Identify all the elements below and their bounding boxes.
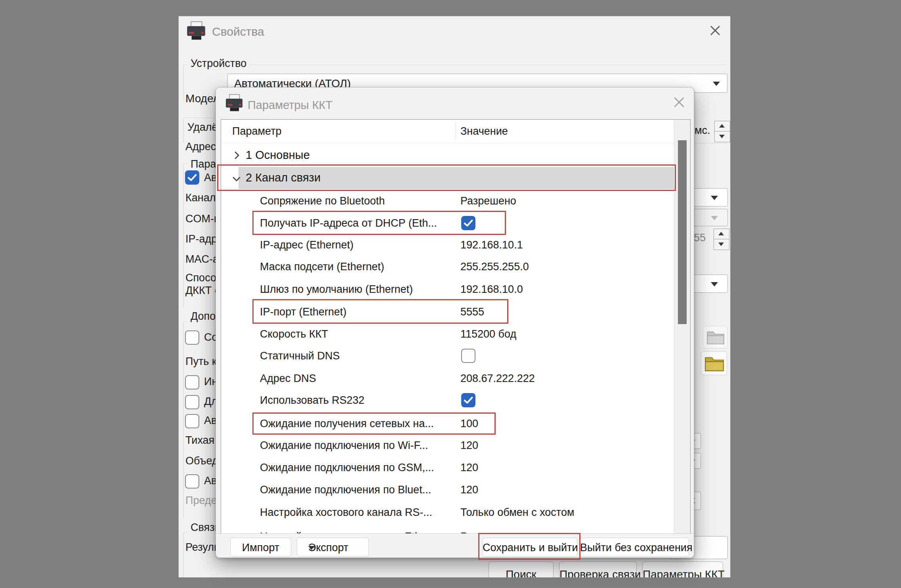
- checkbox-unchecked[interactable]: [461, 349, 475, 363]
- table-row[interactable]: Маска подсети (Ethernet) 255.255.255.0: [221, 256, 674, 278]
- exit-no-save-button-label: Выйти без сохранения: [580, 542, 689, 554]
- row-value: 192.168.10.1: [460, 239, 523, 251]
- scrollbar-track[interactable]: [674, 120, 690, 534]
- kkt-params-button[interactable]: Параметры ККТ: [642, 561, 723, 578]
- row-value: 192.168.10.0: [460, 283, 523, 296]
- spin-up-icon[interactable]: [718, 232, 724, 235]
- row-param: Настройка хостового канала RS-...: [260, 506, 432, 519]
- row-param: Сопряжение по Bluetooth: [260, 195, 385, 207]
- annotation-box-dhcp-row: [252, 211, 506, 235]
- checkbox-unchecked[interactable]: [185, 414, 199, 428]
- annotation-box-ip-port-row: [252, 299, 508, 324]
- chevron-down-icon: [711, 196, 718, 200]
- device-group-label: Устройство: [187, 57, 250, 70]
- screenshot-frame: Свойства Устройство Модель: Автоматическ…: [0, 0, 901, 588]
- spin-up-icon[interactable]: [719, 124, 725, 128]
- row-param: Скорость ККТ: [260, 328, 328, 340]
- annotation-box-save-exit-button: [478, 533, 580, 560]
- table-row[interactable]: IP-адрес (Ethernet) 192.168.10.1: [221, 234, 674, 256]
- checkbox-unchecked[interactable]: [185, 330, 199, 345]
- table-row[interactable]: Ожидание подключения по GSM,... 120: [221, 456, 674, 479]
- spin-down-icon[interactable]: [718, 242, 724, 246]
- row-value: 120: [460, 439, 478, 452]
- column-header-value: Значение: [460, 125, 508, 137]
- row-value: 208.67.222.222: [460, 372, 535, 385]
- group-border: [183, 65, 726, 65]
- checkbox-unchecked[interactable]: [185, 395, 199, 409]
- table-row[interactable]: Статичный DNS: [221, 345, 674, 367]
- checkbox-checked[interactable]: [461, 393, 475, 407]
- table-row[interactable]: Адрес DNS 208.67.222.222: [221, 367, 674, 389]
- table-row[interactable]: Скорость ККТ 115200 бод: [221, 323, 674, 345]
- group-border: [183, 65, 184, 101]
- group-border: [692, 143, 728, 143]
- row-value: 255.255.255.0: [460, 261, 529, 273]
- row-value: 120: [460, 484, 478, 496]
- path-label: Путь к: [185, 355, 217, 368]
- window-title: Свойства: [212, 25, 264, 38]
- close-icon[interactable]: [708, 23, 722, 38]
- import-button[interactable]: Импорт: [230, 538, 291, 557]
- column-header-param: Параметр: [232, 125, 282, 137]
- table-row[interactable]: Ожидание подключения по Bluet... 120: [221, 479, 674, 501]
- search-button[interactable]: Поиск: [489, 561, 554, 578]
- row-value: 120: [460, 462, 478, 474]
- row-param: Статичный DNS: [260, 350, 340, 362]
- table-row[interactable]: Настройка хостового канала RS-... Только…: [221, 501, 674, 523]
- row-value: Только обмен с хостом: [460, 506, 575, 519]
- table-row[interactable]: Шлюз по умолчанию (Ethernet) 192.168.10.…: [221, 278, 674, 300]
- row-param: Шлюз по умолчанию (Ethernet): [260, 283, 413, 296]
- annotation-box-network-wait-row: [252, 412, 496, 435]
- address-label: Адрес: [185, 141, 216, 153]
- quiet-label: Тихая: [185, 434, 214, 447]
- row-param: Ожидание подключения по Wi-F...: [260, 439, 428, 452]
- row-param: 1 Основные: [246, 149, 310, 162]
- chevron-right-icon[interactable]: [231, 149, 242, 161]
- checkbox-checked[interactable]: [185, 170, 199, 185]
- row-param: Ожидание подключения по Bluet...: [260, 484, 431, 496]
- printer-icon: [225, 94, 244, 111]
- chevron-down-icon: [308, 546, 315, 550]
- table-row[interactable]: Использовать RS232: [221, 389, 674, 411]
- scrollbar-thumb[interactable]: [678, 140, 687, 324]
- check-connection-button-label: Проверка связи: [559, 568, 636, 578]
- channel-label: Канал: [185, 192, 216, 204]
- folder-button-disabled: [703, 326, 727, 348]
- port-value: 55: [694, 232, 706, 244]
- folder-icon: [706, 330, 725, 345]
- merge-label: Объед: [185, 455, 218, 467]
- group-border: [183, 321, 184, 517]
- row-param: Ожидание подключения по GSM,...: [260, 462, 434, 474]
- group-border: [183, 532, 184, 578]
- header-divider: [456, 122, 456, 140]
- spin-down-icon[interactable]: [719, 135, 725, 138]
- check-connection-button[interactable]: Проверка связи: [559, 561, 637, 578]
- table-row[interactable]: Ожидание подключения по Wi-F... 120: [221, 434, 674, 456]
- kkt-params-button-label: Параметры ККТ: [643, 568, 723, 578]
- table-row[interactable]: Сопряжение по Bluetooth Разрешено: [221, 190, 674, 212]
- checkbox-unchecked[interactable]: [185, 474, 199, 489]
- chevron-down-icon: [711, 216, 718, 220]
- row-value: Разрешено: [460, 195, 516, 207]
- checkbox-unchecked[interactable]: [185, 375, 199, 389]
- row-param: Маска подсети (Ethernet): [260, 261, 384, 273]
- header-underline: [221, 143, 690, 143]
- dialog-title: Параметры ККТ: [248, 99, 332, 112]
- timeout-spinner[interactable]: [714, 121, 730, 142]
- printer-icon: [186, 21, 206, 39]
- close-icon[interactable]: [672, 95, 687, 110]
- exit-no-save-button[interactable]: Выйти без сохранения: [580, 538, 689, 557]
- row-param: Адрес DNS: [260, 372, 316, 385]
- row-param: Использовать RS232: [260, 394, 365, 407]
- table-row-group[interactable]: 1 Основные: [221, 144, 674, 166]
- port-spinner[interactable]: [714, 229, 729, 250]
- chevron-down-icon: [711, 282, 718, 286]
- row-value: 115200 бод: [460, 328, 516, 340]
- export-button[interactable]: Экспорт: [297, 538, 369, 557]
- group-border: [183, 164, 184, 307]
- ms-suffix-label: мс.: [695, 124, 710, 137]
- folder-button[interactable]: [701, 351, 727, 375]
- annotation-box-channel-group: [217, 164, 676, 191]
- result-label: Резуль: [185, 541, 220, 554]
- folder-open-icon: [704, 355, 724, 372]
